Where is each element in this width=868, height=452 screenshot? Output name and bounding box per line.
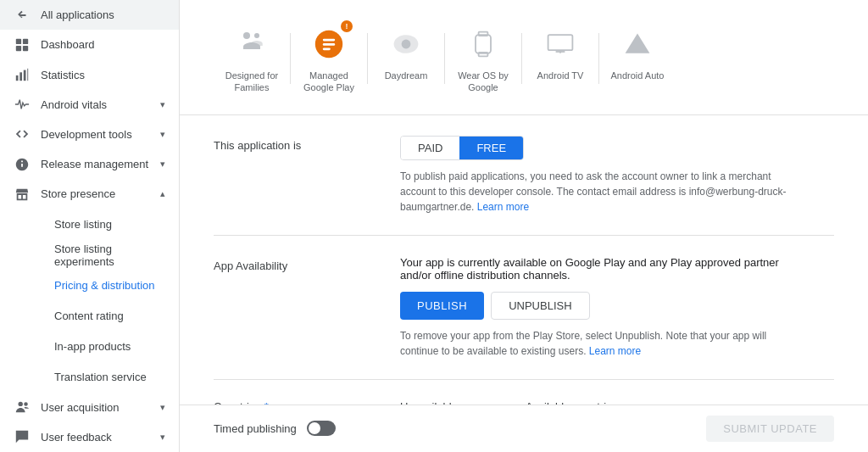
dist-daydream[interactable]: Daydream <box>368 17 444 88</box>
svg-rect-20 <box>548 35 573 50</box>
content-rating-label: Content rating <box>54 310 124 322</box>
sidebar-item-in-app[interactable]: In-app products <box>41 332 179 362</box>
managed-play-label: Managed Google Play <box>294 70 364 94</box>
pricing-helper-text: To publish paid applications, you need t… <box>400 169 807 215</box>
sidebar-store-label: Store presence <box>41 187 115 200</box>
release-chevron-icon: ▾ <box>160 159 165 170</box>
free-button[interactable]: FREE <box>459 137 523 159</box>
pricing-section-label: This application is <box>214 136 366 215</box>
daydream-icon <box>386 24 426 64</box>
user-acq-icon <box>14 399 31 416</box>
sidebar-item-dev-tools[interactable]: Development tools ▾ <box>0 120 179 149</box>
availability-label: App Availability <box>214 256 366 359</box>
svg-marker-23 <box>626 33 650 53</box>
sidebar-item-release[interactable]: Release management ▾ <box>0 149 179 179</box>
sidebar-item-android-vitals[interactable]: Android vitals ▾ <box>0 90 179 120</box>
sidebar-item-pricing[interactable]: Pricing & distribution <box>41 271 179 301</box>
dist-android-auto[interactable]: Android Auto <box>599 17 676 88</box>
svg-point-9 <box>24 402 28 406</box>
translation-label: Translation service <box>54 371 147 383</box>
unpublish-button[interactable]: UNPUBLISH <box>491 292 589 320</box>
availability-learn-more-link[interactable]: Learn more <box>589 345 641 357</box>
dist-android-tv[interactable]: Android TV <box>522 17 598 88</box>
footer: Timed publishing SUBMIT UPDATE <box>180 405 868 452</box>
svg-rect-0 <box>16 39 21 44</box>
sidebar-dev-tools-label: Development tools <box>41 128 132 141</box>
sidebar-back[interactable]: All applications <box>0 0 179 30</box>
svg-point-10 <box>243 32 250 39</box>
svg-rect-7 <box>27 69 28 81</box>
in-app-label: In-app products <box>54 340 131 353</box>
sidebar-back-label: All applications <box>41 8 114 21</box>
sidebar-item-user-acq[interactable]: User acquisition ▾ <box>0 393 179 422</box>
availability-description: Your app is currently available on Googl… <box>400 256 807 282</box>
availability-content: Your app is currently available on Googl… <box>400 256 834 359</box>
main-content: Designed forFamilies ! Managed Google Pl… <box>180 0 868 452</box>
sidebar-item-content-rating[interactable]: Content rating <box>41 301 179 332</box>
sidebar-item-statistics[interactable]: Statistics <box>0 59 179 89</box>
pricing-learn-more-link[interactable]: Learn more <box>477 201 529 213</box>
pricing-label: Pricing & distribution <box>54 279 155 292</box>
timed-publishing-toggle[interactable] <box>307 421 336 437</box>
dev-tools-icon <box>14 126 31 142</box>
paid-button[interactable]: PAID <box>401 137 459 159</box>
timed-publishing-row: Timed publishing <box>214 421 336 437</box>
content-area: This application is PAID FREE To publish… <box>180 115 868 423</box>
publish-button[interactable]: PUBLISH <box>400 292 484 320</box>
sidebar-item-store-listing[interactable]: Store listing <box>41 209 179 240</box>
sidebar-user-acq-label: User acquisition <box>41 401 120 414</box>
statistics-icon <box>14 66 31 83</box>
sidebar-release-label: Release management <box>41 158 148 170</box>
store-experiments-label: Store listing experiments <box>54 243 165 268</box>
publish-button-group: PUBLISH UNPUBLISH <box>400 292 834 320</box>
android-tv-label: Android TV <box>537 70 584 81</box>
svg-rect-14 <box>323 43 335 46</box>
sidebar-item-dashboard[interactable]: Dashboard <box>0 30 179 59</box>
dist-wear-os[interactable]: Wear OS byGoogle <box>445 17 521 101</box>
pricing-section-content: PAID FREE To publish paid applications, … <box>400 136 834 215</box>
sidebar-statistics-label: Statistics <box>41 69 85 81</box>
sidebar-sub-store: Store listing Store listing experiments … <box>0 209 179 393</box>
sidebar-item-store-experiments[interactable]: Store listing experiments <box>41 240 179 271</box>
timed-publishing-label: Timed publishing <box>214 422 297 435</box>
release-icon <box>14 156 31 173</box>
sidebar-user-feedback-label: User feedback <box>41 431 112 444</box>
families-label: Designed forFamilies <box>225 70 278 94</box>
store-icon <box>14 186 31 203</box>
sidebar-item-store-presence[interactable]: Store presence ▴ <box>0 179 179 209</box>
dev-tools-chevron-icon: ▾ <box>160 129 165 140</box>
user-feedback-icon <box>14 428 31 445</box>
svg-rect-18 <box>479 32 488 36</box>
wear-os-label: Wear OS byGoogle <box>458 70 509 94</box>
android-tv-icon <box>540 24 581 64</box>
android-auto-icon <box>617 24 658 64</box>
svg-rect-3 <box>23 46 28 51</box>
pricing-section: This application is PAID FREE To publish… <box>214 115 834 236</box>
sidebar-dashboard-label: Dashboard <box>41 38 95 51</box>
store-listing-label: Store listing <box>54 218 112 231</box>
svg-rect-13 <box>323 39 335 42</box>
dist-managed-google-play[interactable]: ! Managed Google Play <box>291 17 367 101</box>
daydream-label: Daydream <box>385 70 428 81</box>
svg-rect-1 <box>23 39 28 44</box>
svg-rect-6 <box>24 70 26 81</box>
managed-play-badge: ! <box>341 20 353 32</box>
families-icon <box>231 24 272 64</box>
sidebar-item-user-feedback[interactable]: User feedback ▾ <box>0 422 179 452</box>
svg-rect-5 <box>19 72 22 81</box>
dashboard-icon <box>14 36 31 53</box>
back-icon <box>14 7 31 24</box>
user-acq-chevron-icon: ▾ <box>160 402 165 413</box>
sidebar-vitals-label: Android vitals <box>41 98 107 111</box>
dist-designed-families[interactable]: Designed forFamilies <box>214 17 290 101</box>
svg-rect-2 <box>16 46 21 51</box>
sidebar-item-translation[interactable]: Translation service <box>41 362 179 393</box>
android-auto-label: Android Auto <box>611 70 665 81</box>
submit-update-button[interactable]: SUBMIT UPDATE <box>706 416 834 442</box>
svg-point-11 <box>254 33 259 38</box>
distribution-channels: Designed forFamilies ! Managed Google Pl… <box>180 0 868 115</box>
svg-point-16 <box>402 40 411 49</box>
managed-play-icon: ! <box>309 24 349 64</box>
svg-point-8 <box>19 402 23 406</box>
wear-os-icon <box>463 24 504 64</box>
